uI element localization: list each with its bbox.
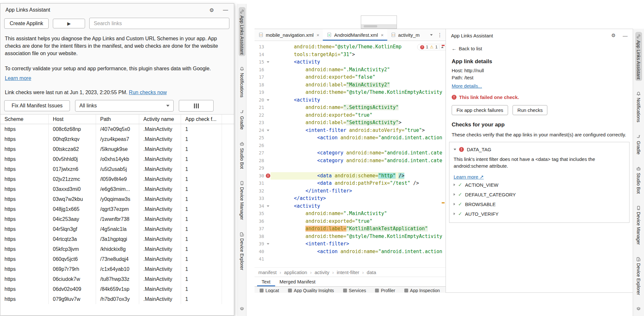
code-line[interactable]: 39<intent-filter> <box>255 240 446 248</box>
fold-icon[interactable] <box>267 130 269 131</box>
fold-icon[interactable] <box>267 99 269 101</box>
breadcrumb-item[interactable]: data <box>367 270 376 275</box>
table-row[interactable]: https079g9luv7w/h7bd07ox3y.MainActivity1 <box>0 294 234 304</box>
run-checks-button[interactable]: Run checks <box>513 105 547 115</box>
code-line[interactable]: 41 <box>255 255 446 263</box>
search-input[interactable] <box>89 18 229 29</box>
code-line[interactable]: 18android:label="MainActivity2" <box>255 81 446 89</box>
code-line[interactable]: 26 <box>255 142 446 150</box>
code-line[interactable]: 31<data android:pathPrefix="/test" /> <box>255 180 446 187</box>
table-row[interactable]: https069p7r79rh/c1x64yab10.MainActivity1 <box>0 264 234 274</box>
bottom-bar-item-profiler[interactable]: Profiler <box>375 288 395 293</box>
back-to-list-link[interactable]: ← Back to list <box>452 46 633 51</box>
fix-app-check-failures-button[interactable]: Fix app check failures <box>452 105 508 115</box>
run-checks-now-link[interactable]: Run checks now <box>129 90 167 95</box>
minimize-icon[interactable]: — <box>223 7 228 13</box>
links-filter-dropdown[interactable]: All links <box>75 100 174 112</box>
code-line[interactable]: 30!<data android:scheme="http" /> <box>255 172 446 180</box>
passed-check-row[interactable]: ✓ACTION_VIEW <box>449 180 629 190</box>
view-tab-merged-manifest[interactable]: Merged Manifest <box>275 277 320 286</box>
error-stripe-mark[interactable] <box>442 45 445 46</box>
breadcrumb-item[interactable]: application <box>284 270 307 275</box>
gear-icon[interactable]: ⚙ <box>209 7 214 13</box>
tab-list-chevron-icon[interactable] <box>430 34 433 36</box>
failed-check-row[interactable]: ! DATA_TAG <box>449 145 629 154</box>
tool-strip-item-device-explorer[interactable]: Device Explorer <box>239 230 245 272</box>
close-icon[interactable]: × <box>381 32 384 38</box>
breadcrumb-item[interactable]: activity <box>314 270 329 275</box>
tool-strip-item-device-manager[interactable]: Device Manager <box>635 203 642 246</box>
code-line[interactable]: 32</intent-filter> <box>255 187 446 195</box>
passed-check-row[interactable]: ✓BROWSABLE <box>449 199 629 209</box>
code-line[interactable]: 15<activity <box>255 58 446 66</box>
more-details-link[interactable]: More details... <box>452 83 482 89</box>
check-learn-more-link[interactable]: Learn more ↗ <box>454 174 484 180</box>
code-line[interactable]: 29 <box>255 164 446 172</box>
prev-issue-icon[interactable] <box>441 46 444 48</box>
tool-strip-item-device-explorer[interactable]: Device Explorer <box>635 255 642 297</box>
code-line[interactable]: 25<action android:name="android.intent.a… <box>255 134 446 142</box>
breadcrumb-item[interactable]: intent-filter <box>337 270 359 275</box>
table-row[interactable]: https03wq7w2kbu/y0qqimaw3s.MainActivity1 <box>0 194 234 204</box>
code-line[interactable]: 16android:name=".MainActivity2" <box>255 66 446 74</box>
code-line[interactable]: 35android:name=".MainActivity" <box>255 210 446 218</box>
minimize-icon[interactable]: — <box>623 33 628 38</box>
window-titlebar[interactable]: App Links Assistant ⚙ — <box>0 4 234 16</box>
code-line[interactable]: 40<action android:name="android.intent.a… <box>255 248 446 256</box>
code-line[interactable]: 21android:name=".SettingsActivity" <box>255 104 446 112</box>
layers-icon[interactable] <box>239 306 245 311</box>
code-line[interactable]: 38android:theme="@style/Theme.KotlinEmpt… <box>255 233 446 241</box>
code-line[interactable]: 23android:label="SettingsActivity"> <box>255 119 446 127</box>
code-line[interactable]: 37android:label="KotlinBlankTestApplicat… <box>255 225 446 233</box>
column-header[interactable]: Activity name <box>139 114 181 124</box>
learn-more-link[interactable]: Learn more <box>5 75 31 81</box>
column-header[interactable]: Scheme <box>0 114 49 124</box>
table-row[interactable]: https008c6z68np/407e09q5x0.MainActivity1 <box>0 124 234 134</box>
create-applink-button[interactable]: Create Applink <box>4 18 49 29</box>
fix-all-manifest-issues-button[interactable]: Fix All Manifest Issues <box>4 100 70 111</box>
fold-icon[interactable] <box>267 61 269 63</box>
code-line[interactable]: 17android:exported="false" <box>255 74 446 81</box>
tool-strip-item-device-manager[interactable]: Device Manager <box>239 179 245 222</box>
tool-strip-item-studio-bot[interactable]: Studio Bot <box>635 164 642 195</box>
code-line[interactable]: 19android:theme="@style/Theme.KotlinEmpt… <box>255 89 446 96</box>
bottom-bar-item-app-inspection[interactable]: App Inspection <box>404 288 440 293</box>
code-editor[interactable]: 13android:theme="@style/Theme.KotlinEmp!… <box>255 41 446 267</box>
table-row[interactable]: https04r5lqn3gf/4g5nalc1la.MainActivity1 <box>0 224 234 234</box>
column-settings-button[interactable] <box>179 100 214 112</box>
fold-icon[interactable] <box>267 243 269 245</box>
table-row[interactable]: https00v5hhld0j/o0xhs14ykb.MainActivity1 <box>0 154 234 164</box>
tool-strip-item-app-links-assistant[interactable]: App Links Assistant <box>239 7 245 56</box>
more-options-icon[interactable]: ⋮ <box>437 32 442 38</box>
table-row[interactable]: https060qv5jct6/73ne8udqj4.MainActivity1 <box>0 254 234 264</box>
code-line[interactable]: 24<intent-filter android:autoVerify="tru… <box>255 127 446 134</box>
table-row[interactable]: https00hq9zrkqv/yzu4kpeas7.MainActivity1 <box>0 134 234 144</box>
code-line[interactable]: 33</activity> <box>255 195 446 202</box>
table-row[interactable]: https03axxd3mi0/e6g63mim....MainActivity… <box>0 184 234 194</box>
passed-check-row[interactable]: ✓AUTO_VERIFY <box>449 209 629 219</box>
bottom-bar-item-logcat[interactable]: Logcat <box>260 288 279 293</box>
table-row[interactable]: https02jv21zzmc/l059v8t4e9.MainActivity1 <box>0 174 234 184</box>
run-button[interactable]: ▶ <box>53 19 85 28</box>
code-line[interactable]: 27<category android:name="android.intent… <box>255 149 446 157</box>
code-line[interactable]: 20<activity <box>255 96 446 104</box>
column-header[interactable]: Path <box>96 114 139 124</box>
table-row[interactable]: https05kfcp3jvm/khidckix8g.MainActivity1 <box>0 244 234 254</box>
column-header[interactable]: App check f... <box>181 114 222 124</box>
tool-strip-item-app-links-assistant[interactable]: App Links Assistant <box>635 32 642 81</box>
bottom-bar-item-services[interactable]: Services <box>343 288 366 293</box>
tool-strip-item-studio-bot[interactable]: Studio Bot <box>239 140 245 171</box>
tool-strip-item-notifications[interactable]: Notifications <box>239 64 245 99</box>
gear-icon[interactable]: ⚙ <box>611 33 616 38</box>
tab-androidmanifest-xml[interactable]: AndroidManifest.xml× <box>323 29 387 41</box>
code-line[interactable]: 22android:exported="true" <box>255 112 446 119</box>
tool-strip-item-notifications[interactable]: Notifications <box>635 89 642 124</box>
tool-strip-item-gradle[interactable]: Gradle <box>239 108 245 131</box>
passed-check-row[interactable]: ✓DEFAULT_CATEGORY <box>449 190 629 199</box>
tool-strip-item-gradle[interactable]: Gradle <box>635 133 642 156</box>
inspection-widget[interactable]: !1⚠1 <box>417 44 446 50</box>
tab-mobile_navigation-xml[interactable]: mobile_navigation.xml× <box>255 29 323 41</box>
table-row[interactable]: https048jg1x665/qgrt37ezpm.MainActivity1 <box>0 204 234 214</box>
bottom-bar-item-app-quality-insights[interactable]: App Quality Insights <box>288 288 334 293</box>
table-row[interactable]: https06ciudok7w/tu87hwp33z.MainActivity1 <box>0 274 234 284</box>
